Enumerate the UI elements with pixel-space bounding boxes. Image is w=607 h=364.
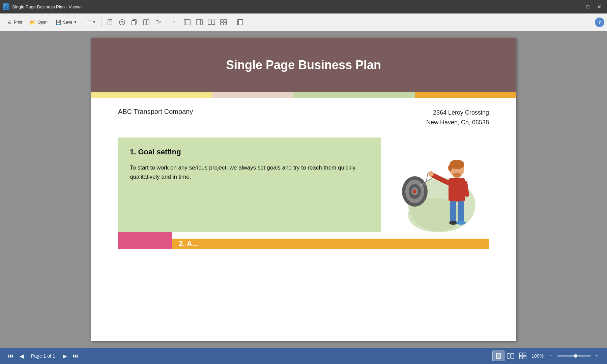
prev-page-button[interactable]: ◀ [16,351,27,361]
goal-illustration [391,138,479,232]
svg-rect-41 [449,178,465,202]
maximize-button[interactable]: □ [583,2,593,12]
single-page-view-button[interactable] [492,351,504,361]
page-layout-button[interactable]: 📄 ▼ [81,17,99,27]
print-button[interactable]: 🖨 Print [3,17,25,27]
title-bar: Single Page Business Plan - Viewer − □ ✕ [0,0,607,13]
print-icon: 🖨 [6,19,12,26]
app-logo [3,3,9,10]
band-green [293,92,415,98]
two-page-button[interactable] [206,17,217,28]
svg-rect-54 [523,353,526,356]
svg-rect-9 [132,21,135,25]
section-2-peek: 2. A... [118,232,489,249]
save-icon: 💾 [55,19,62,26]
text-button[interactable]: T [170,17,180,28]
binoculars-button[interactable]: 🔭 [153,17,164,28]
window-title: Single Page Business Plan - Viewer [12,4,571,9]
svg-text:T: T [173,20,175,25]
section-1-heading: 1. Goal setting [130,148,369,156]
zoom-in-button[interactable]: + [592,351,602,361]
svg-rect-18 [208,20,211,25]
main-area: Single Page Business Plan ABC Transport … [0,31,607,348]
address-line2: New Haven, Co, 06538 [426,118,489,127]
zoom-thumb[interactable] [574,354,577,358]
svg-rect-47 [458,201,464,223]
page-layout-icon: 📄 [84,19,91,26]
svg-rect-55 [519,356,522,359]
sidebar-left-button[interactable] [182,17,193,28]
sidebar-right-button[interactable] [194,17,205,28]
svg-rect-22 [221,23,223,25]
pink-arc [118,232,172,249]
svg-point-36 [421,184,423,186]
svg-line-45 [465,183,467,195]
separator-1 [102,17,102,27]
save-button[interactable]: 💾 Save ▼ [52,17,80,27]
svg-rect-11 [144,20,146,25]
svg-point-34 [413,189,416,193]
document-content: 1. Goal setting To start to work on any … [91,134,516,341]
single-page-button[interactable] [105,17,115,28]
svg-rect-14 [184,20,190,25]
zoom-level: 100% [531,353,544,359]
last-page-button[interactable]: ⏭ [70,351,81,361]
grid-view-button[interactable] [517,351,529,361]
band-pink [212,92,293,98]
band-yellow [91,92,212,98]
copy-button[interactable] [129,17,140,28]
svg-text:?: ? [121,20,123,24]
company-address: 2364 Leroy Crossing New Haven, Co, 06538 [426,108,489,127]
band-orange [415,92,516,98]
separator-3 [232,17,232,27]
toolbar: 🖨 Print 📂 Open 💾 Save ▼ 📄 ▼ ? 🔭 T ▼ [0,13,607,31]
svg-rect-21 [224,20,227,22]
two-page-view-button[interactable] [504,351,517,361]
bottom-bar: ⏮ ◀ Page 1 of 1 ▶ ⏭ 100% − + [0,348,607,364]
save-dropdown-arrow[interactable]: ▼ [74,20,77,24]
svg-rect-50 [496,353,500,359]
page-info: Page 1 of 1 [31,353,55,359]
grid-layout-button[interactable]: ▼ [218,17,229,28]
help-button[interactable]: ? [117,17,127,28]
svg-rect-26 [239,20,243,25]
first-page-button[interactable]: ⏮ [5,351,16,361]
color-band [91,92,516,98]
svg-rect-16 [196,20,202,25]
section-1-illustration [381,138,489,232]
window-controls[interactable]: − □ ✕ [571,2,604,12]
svg-rect-20 [221,20,223,22]
next-page-button[interactable]: ▶ [59,351,70,361]
svg-rect-56 [523,356,526,359]
section-1-text: 1. Goal setting To start to work on any … [118,138,381,232]
minimize-button[interactable]: − [571,2,581,12]
open-button[interactable]: 📂 Open [27,17,51,27]
company-info: ABC Transport Company 2364 Leroy Crossin… [91,98,516,134]
address-line1: 2364 Leroy Crossing [426,108,489,118]
svg-rect-12 [147,20,149,25]
document-page: Single Page Business Plan ABC Transport … [91,38,516,341]
close-button[interactable]: ✕ [594,2,604,12]
section-1: 1. Goal setting To start to work on any … [118,138,489,232]
svg-rect-51 [507,354,510,358]
svg-point-48 [449,221,457,225]
section-1-body: To start to work on any serious project,… [130,163,369,181]
document-title: Single Page Business Plan [105,58,502,72]
svg-rect-46 [450,201,456,223]
document-viewer[interactable]: Single Page Business Plan ABC Transport … [0,31,607,348]
page-layout-arrow[interactable]: ▼ [92,20,96,24]
zoom-out-button[interactable]: − [546,351,556,361]
svg-rect-2 [108,20,112,25]
svg-point-39 [448,164,452,171]
help-icon-button[interactable]: ? [595,18,604,27]
svg-rect-53 [519,353,522,356]
zoom-slider[interactable] [557,355,591,357]
export-button[interactable] [235,17,245,28]
open-icon: 📂 [30,19,36,26]
columns-button[interactable] [141,17,152,28]
svg-text:▼: ▼ [226,23,227,25]
section2-heading-peek: 2. A... [179,239,198,248]
document-header: Single Page Business Plan [91,38,516,92]
separator-2 [167,17,167,27]
svg-point-49 [456,221,466,225]
